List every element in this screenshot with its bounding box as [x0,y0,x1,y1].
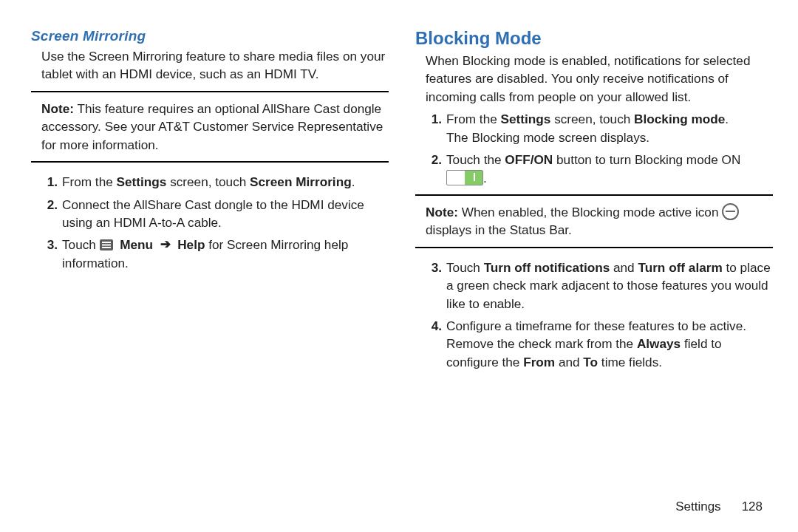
page-footer: Settings128 [675,499,763,514]
step-number: 3. [41,236,58,253]
page-body: Screen Mirroring Use the Screen Mirrorin… [0,0,798,473]
note-text: When enabled, the Blocking mode active i… [458,205,722,219]
screen-mirroring-note: Note: This feature requires an optional … [31,91,389,163]
step-text: Configure a timeframe for these features… [446,318,746,369]
footer-section: Settings [675,499,720,514]
step-number: 2. [41,196,58,214]
list-item: 3. Touch Turn off notifications and Turn… [426,259,773,313]
step-number: 1. [41,173,58,191]
left-column: Screen Mirroring Use the Screen Mirrorin… [31,28,389,473]
note-label: Note: [41,101,74,116]
step-text: From the Settings screen, touch Blocking… [446,112,729,144]
blocking-mode-steps-a: 1. From the Settings screen, touch Block… [415,110,773,187]
list-item: 1. From the Settings screen, touch Block… [426,110,773,146]
note-label: Note: [426,205,458,219]
arrow-icon: ➔ [160,235,171,253]
screen-mirroring-subheading: Screen Mirroring [31,28,389,44]
list-item: 4. Configure a timeframe for these featu… [426,317,773,371]
blocking-mode-steps-b: 3. Touch Turn off notifications and Turn… [415,259,773,372]
step-number: 3. [426,259,442,276]
blocking-mode-intro: When Blocking mode is enabled, notificat… [415,52,773,106]
list-item: 2. Touch the OFF/ON button to turn Block… [426,151,773,187]
step-number: 1. [426,110,442,128]
step-text: Touch Turn off notifications and Turn of… [446,260,771,311]
step-text: From the Settings screen, touch Screen M… [62,174,355,189]
list-item: 1. From the Settings screen, touch Scree… [41,173,389,191]
note-text: This feature requires an optional AllSha… [41,101,383,152]
step-text: Touch the OFF/ON button to turn Blocking… [446,152,740,185]
toggle-on-icon [446,170,483,185]
step-text: Touch Menu ➔ Help for Screen Mirroring h… [62,237,348,270]
step-text: Connect the AllShare Cast dongle to the … [62,197,364,230]
step-number: 2. [426,151,442,168]
screen-mirroring-intro: Use the Screen Mirroring feature to shar… [31,47,389,83]
footer-page-number: 128 [742,499,763,514]
list-item: 2. Connect the AllShare Cast dongle to t… [41,196,389,232]
note-text: displays in the Status Bar. [426,222,572,237]
list-item: 3. Touch Menu ➔ Help for Screen Mirrorin… [41,236,389,272]
blocking-mode-note: Note: When enabled, the Blocking mode ac… [415,194,773,248]
right-column: Blocking Mode When Blocking mode is enab… [415,28,773,473]
screen-mirroring-steps: 1. From the Settings screen, touch Scree… [31,173,389,272]
step-number: 4. [426,317,442,335]
menu-icon [100,239,113,250]
blocking-mode-heading: Blocking Mode [415,28,773,49]
blocking-mode-icon [722,203,739,220]
